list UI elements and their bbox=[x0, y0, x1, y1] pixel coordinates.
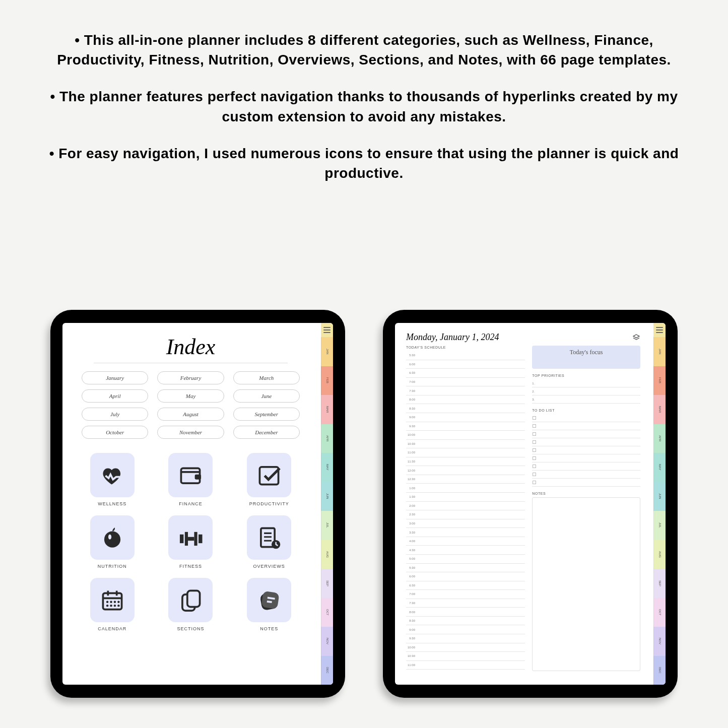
checkbox-icon[interactable] bbox=[533, 473, 536, 476]
schedule-row[interactable]: 2:00 bbox=[406, 502, 525, 511]
schedule-row[interactable]: 5:00 bbox=[406, 555, 525, 564]
month-button-january[interactable]: January bbox=[82, 371, 148, 384]
month-button-december[interactable]: December bbox=[233, 426, 300, 439]
schedule-row[interactable]: 7:30 bbox=[406, 386, 525, 395]
schedule-row[interactable]: 7:00 bbox=[406, 378, 525, 387]
schedule-row[interactable]: 1:00 bbox=[406, 484, 525, 493]
checkbox-icon[interactable] bbox=[533, 432, 536, 436]
month-tab-jul[interactable]: JUL bbox=[321, 511, 333, 540]
month-tab-feb[interactable]: FEB bbox=[321, 366, 333, 395]
todo-row[interactable] bbox=[532, 414, 640, 422]
schedule-row[interactable]: 7:00 bbox=[406, 590, 525, 599]
month-tab-oct[interactable]: OCT bbox=[321, 598, 333, 627]
month-tab-oct[interactable]: OCT bbox=[653, 598, 666, 627]
month-button-september[interactable]: September bbox=[233, 408, 300, 421]
schedule-row[interactable]: 9:00 bbox=[406, 413, 525, 422]
schedule-row[interactable]: 3:00 bbox=[406, 519, 525, 528]
month-tab-may[interactable]: MAY bbox=[321, 453, 333, 482]
checkbox-icon[interactable] bbox=[533, 448, 536, 452]
schedule-row[interactable]: 11:00 bbox=[406, 661, 525, 670]
checkbox-icon[interactable] bbox=[533, 456, 536, 460]
category-notes[interactable]: NOTES bbox=[238, 578, 300, 631]
month-tab-sep[interactable]: SEP bbox=[321, 569, 333, 598]
schedule-row[interactable]: 8:30 bbox=[406, 617, 525, 626]
category-productivity[interactable]: PRODUCTIVITY bbox=[238, 453, 300, 506]
todo-row[interactable] bbox=[532, 438, 640, 446]
month-tab-may[interactable]: MAY bbox=[653, 453, 666, 482]
priority-row[interactable]: 1. bbox=[532, 379, 640, 387]
checkbox-icon[interactable] bbox=[533, 424, 536, 428]
month-tab-apr[interactable]: APR bbox=[321, 424, 333, 453]
focus-box[interactable]: Today's focus bbox=[532, 346, 640, 369]
priority-row[interactable]: 2. bbox=[532, 387, 640, 395]
month-tab-jan[interactable]: JAN bbox=[653, 337, 666, 366]
category-calendar[interactable]: CALENDAR bbox=[82, 578, 143, 631]
schedule-row[interactable]: 3:30 bbox=[406, 528, 525, 537]
notes-box[interactable] bbox=[532, 497, 640, 671]
schedule-row[interactable]: 1:30 bbox=[406, 493, 525, 502]
todo-row[interactable] bbox=[532, 430, 640, 438]
schedule-row[interactable]: 9:30 bbox=[406, 422, 525, 431]
schedule-row[interactable]: 6:00 bbox=[406, 360, 525, 369]
month-tab-apr[interactable]: APR bbox=[653, 424, 666, 453]
month-tab-mar[interactable]: MAR bbox=[321, 395, 333, 424]
hamburger-icon[interactable] bbox=[321, 323, 333, 337]
month-tab-jan[interactable]: JAN bbox=[321, 337, 333, 366]
schedule-row[interactable]: 10:00 bbox=[406, 643, 525, 652]
month-button-july[interactable]: July bbox=[82, 408, 148, 421]
month-tab-mar[interactable]: MAR bbox=[653, 395, 666, 424]
schedule-row[interactable]: 6:30 bbox=[406, 581, 525, 590]
month-button-may[interactable]: May bbox=[157, 389, 224, 403]
month-button-march[interactable]: March bbox=[233, 371, 300, 384]
month-tab-dec[interactable]: DEC bbox=[653, 656, 666, 685]
todo-row[interactable] bbox=[532, 446, 640, 454]
hamburger-icon[interactable] bbox=[653, 323, 666, 337]
schedule-row[interactable]: 5:30 bbox=[406, 564, 525, 573]
category-overviews[interactable]: OVERVIEWS bbox=[238, 515, 300, 569]
month-tab-sep[interactable]: SEP bbox=[653, 569, 666, 598]
month-tab-jun[interactable]: JUN bbox=[653, 482, 666, 511]
todo-row[interactable] bbox=[532, 462, 640, 471]
schedule-row[interactable]: 6:00 bbox=[406, 572, 525, 581]
schedule-row[interactable]: 6:30 bbox=[406, 369, 525, 378]
schedule-row[interactable]: 12:00 bbox=[406, 466, 525, 475]
schedule-row[interactable]: 5:30 bbox=[406, 351, 525, 360]
todo-row[interactable] bbox=[532, 479, 640, 487]
schedule-row[interactable]: 11:00 bbox=[406, 448, 525, 457]
layers-icon[interactable] bbox=[632, 334, 640, 342]
month-button-june[interactable]: June bbox=[233, 389, 300, 403]
todo-row[interactable] bbox=[532, 454, 640, 462]
schedule-row[interactable]: 9:30 bbox=[406, 634, 525, 643]
schedule-row[interactable]: 10:30 bbox=[406, 652, 525, 661]
month-button-april[interactable]: April bbox=[82, 389, 148, 403]
month-button-november[interactable]: November bbox=[157, 426, 224, 439]
checkbox-icon[interactable] bbox=[533, 465, 536, 468]
schedule-row[interactable]: 10:00 bbox=[406, 431, 525, 440]
checkbox-icon[interactable] bbox=[533, 416, 536, 420]
month-button-february[interactable]: February bbox=[157, 371, 224, 384]
category-sections[interactable]: SECTIONS bbox=[160, 578, 222, 631]
schedule-row[interactable]: 2:30 bbox=[406, 510, 525, 519]
schedule-row[interactable]: 12:30 bbox=[406, 475, 525, 484]
month-tab-feb[interactable]: FEB bbox=[653, 366, 666, 395]
todo-row[interactable] bbox=[532, 422, 640, 430]
todo-row[interactable] bbox=[532, 471, 640, 479]
schedule-row[interactable]: 8:00 bbox=[406, 395, 525, 405]
schedule-row[interactable]: 4:00 bbox=[406, 537, 525, 546]
month-tab-jul[interactable]: JUL bbox=[653, 511, 666, 540]
priority-row[interactable]: 3. bbox=[532, 395, 640, 404]
category-nutrition[interactable]: NUTRITION bbox=[82, 515, 143, 569]
schedule-row[interactable]: 4:30 bbox=[406, 546, 525, 555]
month-tab-aug[interactable]: AUG bbox=[321, 540, 333, 569]
month-button-october[interactable]: October bbox=[82, 426, 148, 439]
category-wellness[interactable]: WELLNESS bbox=[82, 453, 143, 506]
month-tab-aug[interactable]: AUG bbox=[653, 540, 666, 569]
schedule-row[interactable]: 11:30 bbox=[406, 457, 525, 467]
month-tab-jun[interactable]: JUN bbox=[321, 482, 333, 511]
month-button-august[interactable]: August bbox=[157, 408, 224, 421]
month-tab-nov[interactable]: NOV bbox=[653, 627, 666, 656]
category-finance[interactable]: FINANCE bbox=[160, 453, 222, 506]
checkbox-icon[interactable] bbox=[533, 440, 536, 444]
schedule-row[interactable]: 10:30 bbox=[406, 440, 525, 449]
schedule-row[interactable]: 8:30 bbox=[406, 404, 525, 413]
